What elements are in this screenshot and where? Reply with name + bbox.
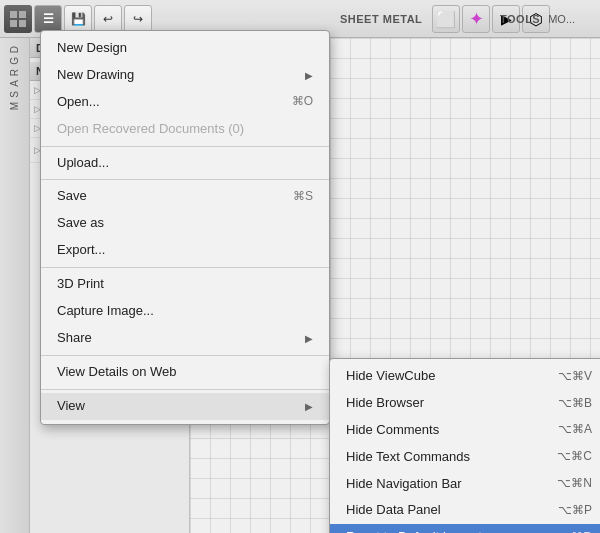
menu-upload[interactable]: Upload... bbox=[41, 150, 329, 177]
menu-export[interactable]: Export... bbox=[41, 237, 329, 264]
menu-share[interactable]: Share ▶ bbox=[41, 325, 329, 352]
menu-view-details[interactable]: View Details on Web bbox=[41, 359, 329, 386]
sidebar-r[interactable]: R bbox=[9, 69, 20, 76]
submenu-hide-navigation-bar[interactable]: Hide Navigation Bar ⌥⌘N bbox=[330, 471, 600, 498]
sidebar-d[interactable]: D bbox=[9, 46, 20, 53]
sheet-metal-label: SHEET METAL bbox=[340, 13, 422, 25]
new-drawing-arrow: ▶ bbox=[305, 69, 313, 82]
open-shortcut: ⌘O bbox=[292, 94, 313, 110]
comments-shortcut: ⌥⌘A bbox=[558, 422, 592, 438]
svg-rect-7 bbox=[19, 11, 26, 18]
save-shortcut: ⌘S bbox=[293, 189, 313, 205]
more-label: MO... bbox=[548, 13, 575, 25]
sidebar-m[interactable]: M bbox=[9, 102, 20, 110]
separator-5 bbox=[41, 389, 329, 390]
view-submenu: Hide ViewCube ⌥⌘V Hide Browser ⌥⌘B Hide … bbox=[329, 358, 600, 533]
share-arrow: ▶ bbox=[305, 332, 313, 345]
svg-rect-8 bbox=[10, 20, 17, 27]
left-sidebar: D G R A S M bbox=[0, 38, 30, 533]
sidebar-s[interactable]: S bbox=[9, 91, 20, 98]
sidebar-a[interactable]: A bbox=[9, 80, 20, 87]
menu-view[interactable]: View ▶ bbox=[41, 393, 329, 420]
main-menu: New Design New Drawing ▶ Open... ⌘O Open… bbox=[40, 30, 330, 425]
separator-4 bbox=[41, 355, 329, 356]
view-arrow: ▶ bbox=[305, 400, 313, 413]
submenu-hide-browser[interactable]: Hide Browser ⌥⌘B bbox=[330, 390, 600, 417]
svg-rect-9 bbox=[19, 20, 26, 27]
svg-rect-6 bbox=[10, 11, 17, 18]
sidebar-g[interactable]: G bbox=[9, 57, 20, 65]
menu-save[interactable]: Save ⌘S bbox=[41, 183, 329, 210]
separator-2 bbox=[41, 179, 329, 180]
sheet-metal-tool-1[interactable]: ⬜ bbox=[432, 5, 460, 33]
tools-section: TOOLS MO... bbox=[500, 0, 575, 38]
menu-new-drawing[interactable]: New Drawing ▶ bbox=[41, 62, 329, 89]
menu-open-recovered: Open Recovered Documents (0) bbox=[41, 116, 329, 143]
separator-1 bbox=[41, 146, 329, 147]
submenu-hide-text-commands[interactable]: Hide Text Commands ⌥⌘C bbox=[330, 444, 600, 471]
submenu-hide-viewcube[interactable]: Hide ViewCube ⌥⌘V bbox=[330, 363, 600, 390]
submenu-hide-data-panel[interactable]: Hide Data Panel ⌥⌘P bbox=[330, 497, 600, 524]
menu-3d-print[interactable]: 3D Print bbox=[41, 271, 329, 298]
app-icon bbox=[4, 5, 32, 33]
redo-button[interactable]: ↪ bbox=[124, 5, 152, 33]
submenu-hide-comments[interactable]: Hide Comments ⌥⌘A bbox=[330, 417, 600, 444]
text-commands-shortcut: ⌥⌘C bbox=[557, 449, 592, 465]
data-panel-shortcut: ⌥⌘P bbox=[558, 503, 592, 519]
separator-3 bbox=[41, 267, 329, 268]
menu-new-design[interactable]: New Design bbox=[41, 35, 329, 62]
browser-shortcut: ⌥⌘B bbox=[558, 396, 592, 412]
toolbar-left: ☰ 💾 ↩ ↪ bbox=[4, 5, 152, 33]
menu-save-as[interactable]: Save as bbox=[41, 210, 329, 237]
file-menu-button[interactable]: ☰ bbox=[34, 5, 62, 33]
save-button[interactable]: 💾 bbox=[64, 5, 92, 33]
sheet-metal-tool-2[interactable]: ✦ bbox=[462, 5, 490, 33]
viewcube-shortcut: ⌥⌘V bbox=[558, 369, 592, 385]
undo-button[interactable]: ↩ bbox=[94, 5, 122, 33]
menu-open[interactable]: Open... ⌘O bbox=[41, 89, 329, 116]
navigation-bar-shortcut: ⌥⌘N bbox=[557, 476, 592, 492]
submenu-reset-default-layout[interactable]: Reset to Default Layout ⌥⌘R bbox=[330, 524, 600, 533]
menu-capture-image[interactable]: Capture Image... bbox=[41, 298, 329, 325]
tools-label: TOOLS bbox=[500, 13, 540, 25]
